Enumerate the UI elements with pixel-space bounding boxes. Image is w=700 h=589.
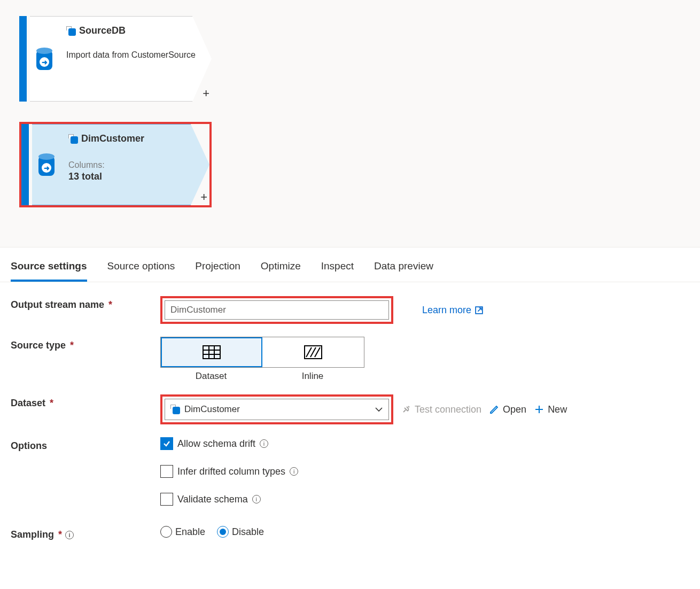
database-source-icon: ➜: [36, 48, 56, 70]
source-type-inline-option[interactable]: [262, 337, 364, 367]
add-transformation-button[interactable]: +: [203, 87, 209, 100]
node-description: Import data from CustomerSource: [66, 49, 202, 61]
tab-source-options[interactable]: Source options: [107, 257, 175, 282]
settings-tabs: Source settings Source options Projectio…: [0, 247, 700, 282]
chevron-down-icon: [375, 407, 383, 412]
dataflow-canvas: ➜ SourceDB Import data from CustomerSour…: [0, 0, 700, 247]
new-dataset-button[interactable]: New: [534, 404, 567, 415]
node-title: DimCustomer: [81, 133, 144, 144]
sampling-disable-label: Disable: [232, 526, 264, 538]
highlight-output-stream: [160, 296, 393, 324]
dataset-icon: [68, 134, 78, 144]
info-icon[interactable]: i: [260, 439, 268, 448]
allow-schema-drift-label: Allow schema drift: [177, 438, 255, 449]
table-icon: [203, 345, 221, 359]
info-icon[interactable]: i: [65, 531, 74, 539]
node-columns-total: 13 total: [68, 171, 200, 182]
dataset-icon: [66, 26, 76, 36]
highlight-dataset: DimCustomer: [160, 394, 393, 424]
info-icon[interactable]: i: [290, 467, 298, 476]
info-icon[interactable]: i: [252, 495, 261, 503]
tab-inspect[interactable]: Inspect: [321, 257, 354, 282]
output-stream-name-input[interactable]: [165, 300, 389, 320]
validate-schema-label: Validate schema: [177, 494, 248, 505]
validate-schema-checkbox[interactable]: [160, 493, 173, 506]
node-columns-label: Columns:: [68, 160, 200, 170]
dataset-label: Dataset*: [11, 394, 160, 409]
infer-drifted-types-checkbox[interactable]: [160, 465, 173, 478]
source-type-inline-label: Inline: [262, 371, 363, 382]
source-type-label: Source type*: [11, 337, 160, 351]
learn-more-link[interactable]: Learn more: [422, 305, 484, 316]
pencil-icon: [489, 404, 500, 415]
sampling-disable-radio[interactable]: [217, 526, 229, 538]
tab-data-preview[interactable]: Data preview: [374, 257, 433, 282]
dataset-dropdown[interactable]: DimCustomer: [165, 399, 389, 420]
tab-source-settings[interactable]: Source settings: [11, 257, 87, 282]
svg-rect-1: [203, 346, 220, 359]
allow-schema-drift-checkbox[interactable]: [160, 437, 173, 450]
dataset-selected-value: DimCustomer: [184, 404, 240, 415]
source-type-dataset-label: Dataset: [160, 371, 262, 382]
external-link-icon: [475, 306, 484, 315]
infer-drifted-types-label: Infer drifted column types: [177, 466, 285, 477]
output-stream-name-label: Output stream name*: [11, 296, 160, 311]
sampling-enable-label: Enable: [175, 526, 205, 538]
plug-icon: [401, 404, 411, 415]
source-type-dataset-option[interactable]: [161, 337, 262, 367]
options-label: Options: [11, 437, 160, 452]
add-transformation-button[interactable]: +: [200, 190, 207, 204]
tab-projection[interactable]: Projection: [195, 257, 240, 282]
test-connection-button[interactable]: Test connection: [401, 404, 481, 415]
source-node-sourcedb[interactable]: ➜ SourceDB Import data from CustomerSour…: [19, 16, 212, 102]
tab-optimize[interactable]: Optimize: [261, 257, 301, 282]
source-node-dimcustomer[interactable]: ➜ DimCustomer Columns: 13 total +: [19, 122, 212, 207]
sampling-label: Sampling* i: [11, 526, 160, 540]
source-settings-form: Output stream name* Learn more Source ty…: [0, 282, 700, 575]
plus-icon: [534, 404, 545, 415]
inline-icon: [304, 345, 322, 359]
database-source-icon: ➜: [38, 153, 58, 176]
node-title: SourceDB: [79, 25, 126, 36]
sampling-enable-radio[interactable]: [160, 526, 172, 538]
open-dataset-button[interactable]: Open: [489, 404, 526, 415]
dataset-icon: [170, 405, 180, 414]
